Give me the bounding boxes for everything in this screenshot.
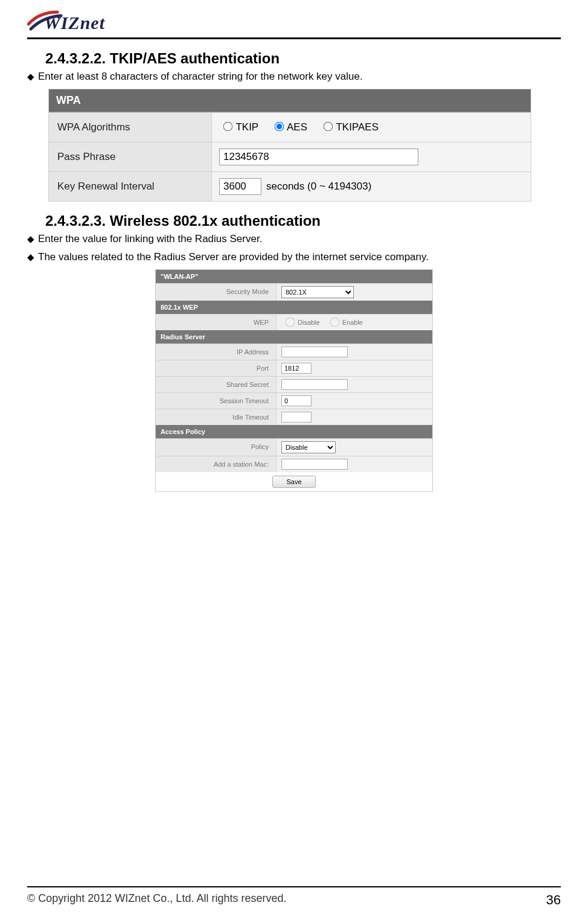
idle-timeout-value-cell [276,409,432,425]
radio-tkip-label[interactable]: TKIP [219,121,258,133]
station-mac-value-cell [276,456,432,472]
wlan-config-panel: "WLAN-AP" Security Mode 802.1X 802.1x WE… [155,269,433,492]
copyright-text: © Copyright 2012 WIZnet Co., Ltd. All ri… [27,892,286,908]
section-heading-tkip: 2.4.3.2.2. TKIP/AES authentication [45,50,561,67]
station-mac-label: Add a station Mac: [156,456,276,472]
footer-row: © Copyright 2012 WIZnet Co., Ltd. All ri… [27,892,561,908]
policy-label: Policy [156,439,276,456]
policy-value-cell: Disable [276,439,432,456]
key-renewal-row: Key Renewal Interval seconds (0 ~ 419430… [49,171,531,201]
wpa-config-panel: WPA WPA Algorithms TKIP AES TKIPAES Pass… [48,89,531,202]
port-label: Port [156,360,276,376]
header-rule [27,37,561,39]
wiznet-logo: WIZnet [27,6,561,34]
station-mac-input[interactable] [281,459,348,470]
wep-disable-radio[interactable] [286,318,295,327]
passphrase-label: Pass Phrase [49,142,212,171]
port-value-cell [276,360,432,376]
page-header: WIZnet [27,0,561,39]
bullet-text: Enter at least 8 characters of character… [38,71,363,82]
diamond-bullet-icon: ◆ [27,252,34,262]
access-policy-header: Access Policy [156,425,432,438]
radius-header: Radius Server [156,330,432,343]
page-content: 2.4.3.2.2. TKIP/AES authentication ◆Ente… [27,50,561,492]
secret-input[interactable] [281,379,348,390]
key-renewal-value: seconds (0 ~ 4194303) [212,172,531,201]
security-mode-select[interactable]: 802.1X [281,286,354,298]
security-mode-label: Security Mode [156,284,276,301]
radio-aes-label[interactable]: AES [270,121,307,133]
radio-tkip[interactable] [223,121,233,131]
idle-timeout-input[interactable] [281,412,312,423]
wep-row: WEP Disable Enable [156,314,432,330]
passphrase-value [212,142,531,171]
radio-tkipaes-label[interactable]: TKIPAES [319,121,379,133]
svg-text:WIZnet: WIZnet [44,13,106,33]
idle-timeout-label: Idle Timeout [156,409,276,425]
page-number: 36 [546,892,561,908]
security-mode-row: Security Mode 802.1X [156,283,432,301]
key-renewal-input[interactable] [219,178,261,195]
wlan-ap-header: "WLAN-AP" [156,270,432,283]
wep-enable-text: Enable [342,319,363,326]
passphrase-input[interactable] [219,149,418,165]
radio-tkip-text: TKIP [235,121,258,133]
save-button[interactable]: Save [272,476,315,488]
footer-rule [27,886,561,887]
key-renewal-suffix: seconds (0 ~ 4194303) [266,180,371,193]
policy-row: Policy Disable [156,438,432,456]
port-input[interactable] [281,363,312,374]
secret-value-cell [276,377,432,392]
bullet-tkip: ◆Enter at least 8 characters of characte… [27,71,561,83]
radio-aes[interactable] [275,121,284,131]
session-timeout-label: Session Timeout [156,393,276,409]
wep-enable-radio[interactable] [330,318,339,327]
radio-aes-text: AES [287,121,307,133]
passphrase-row: Pass Phrase [49,142,531,171]
key-renewal-label: Key Renewal Interval [49,172,212,201]
bullet-8021x-1: ◆Enter the value for linking with the Ra… [27,233,561,245]
logo-swoosh-icon: WIZnet [27,8,124,34]
port-row: Port [156,360,432,376]
ip-input[interactable] [281,347,348,357]
section-heading-8021x: 2.4.3.2.3. Wireless 802.1x authenticatio… [45,212,561,229]
save-row: Save [156,472,432,491]
wpa-algorithms-label: WPA Algorithms [49,113,212,142]
session-timeout-input[interactable] [281,395,312,406]
ip-value-cell [276,344,432,360]
secret-label: Shared Secret [156,377,276,392]
page-footer: © Copyright 2012 WIZnet Co., Ltd. All ri… [27,886,561,908]
wep-value: Disable Enable [276,315,432,330]
radio-tkipaes-text: TKIPAES [336,121,379,133]
idle-timeout-row: Idle Timeout [156,409,432,425]
security-mode-value: 802.1X [276,284,432,301]
wep-disable-text: Disable [298,319,320,326]
ip-label: IP Address [156,344,276,360]
ip-row: IP Address [156,343,432,360]
wpa-algorithms-value: TKIP AES TKIPAES [212,113,531,142]
radio-tkipaes[interactable] [324,121,333,131]
diamond-bullet-icon: ◆ [27,234,34,244]
diamond-bullet-icon: ◆ [27,71,34,81]
policy-select[interactable]: Disable [281,441,336,453]
bullet-8021x-2: ◆The values related to the Radius Server… [27,251,561,263]
wpa-header: WPA [49,89,531,112]
station-mac-row: Add a station Mac: [156,456,432,472]
wep-label: WEP [156,315,276,330]
session-timeout-row: Session Timeout [156,392,432,409]
bullet-text: The values related to the Radius Server … [38,251,429,263]
wpa-algorithms-row: WPA Algorithms TKIP AES TKIPAES [49,112,531,142]
wep-header: 802.1x WEP [156,301,432,314]
secret-row: Shared Secret [156,376,432,392]
session-timeout-value-cell [276,393,432,409]
bullet-text: Enter the value for linking with the Rad… [38,233,262,244]
